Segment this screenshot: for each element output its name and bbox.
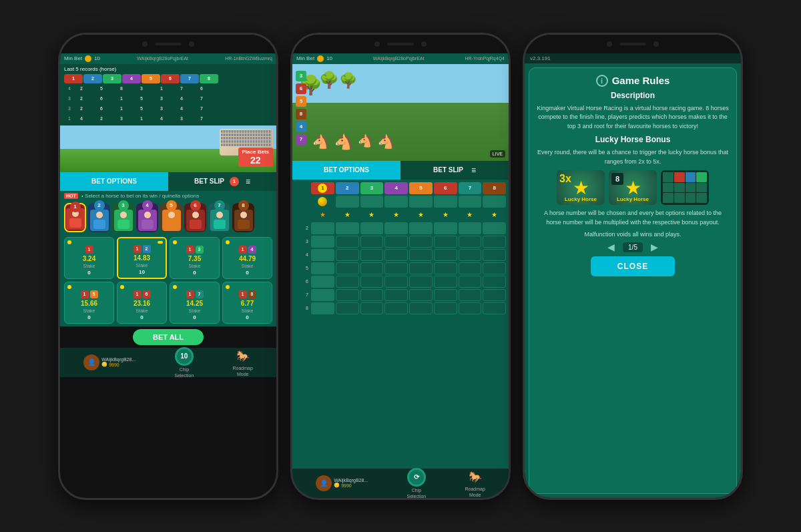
horse-num-4: 4: [122, 74, 141, 83]
col-8: 8: [483, 182, 506, 194]
cell-r9c8: [483, 302, 506, 314]
chip-selection[interactable]: 10 Chip Selection: [174, 347, 194, 378]
cell-r6c3: [360, 262, 384, 274]
cell-r1c2: [336, 196, 359, 208]
phone-3-screen: v2.3.191 i Game Rules Description Kingma…: [525, 53, 741, 498]
p1-header: Min Bet 10 WAIjkBqrgB28oPqjbrEAt HR-1nBt…: [60, 53, 276, 64]
tree-2: 🌳: [319, 71, 339, 89]
roadmap-mode[interactable]: 🐎 Roadmap Mode: [233, 348, 253, 376]
cell-r5c5: [409, 249, 433, 261]
bet-option-nums: 1 5: [81, 290, 98, 298]
description-text: Kingmaker Virtual Horse Racing is a virt…: [536, 104, 730, 131]
cell-r8c3: [360, 289, 384, 301]
stake-label: Stake: [136, 263, 148, 268]
cell-r4c4: [384, 236, 408, 248]
roadmap-grid-area: 1 2 3 4 5 6 7 8 ★: [292, 180, 509, 469]
horse-6-badge: 6: [190, 200, 201, 211]
horse-8-badge: 8: [238, 200, 249, 211]
camera-dot-p3-2: [653, 41, 659, 47]
prev-page-button[interactable]: ◀: [607, 242, 615, 252]
lucky-bonus-label: Lucky Horse: [557, 196, 605, 202]
p2-bet-tabs: BET OPTIONS BET SLIP ≡: [292, 161, 509, 180]
bet-option-16[interactable]: 1 6 23.16 Stake 0: [117, 282, 167, 324]
cell-r4c1: [311, 236, 334, 248]
sensor-bar: [155, 43, 182, 45]
lucky-star-2: ★: [625, 177, 641, 199]
tab-bet-options[interactable]: BET OPTIONS: [60, 172, 168, 191]
dot-indicator: [173, 285, 177, 289]
horse-num-6: 6: [161, 74, 180, 83]
bet-odds: 44.79: [239, 255, 256, 262]
tree-3: 🌳: [339, 72, 357, 89]
cell-r3c7: [459, 222, 482, 234]
stake-label: Stake: [189, 308, 201, 313]
horse-8[interactable]: 8: [232, 203, 254, 232]
cell-r8c7: [459, 289, 482, 301]
bet-option-14[interactable]: 1 4 44.79 Stake 0: [222, 237, 272, 279]
cell-r3c8: [483, 222, 506, 234]
p2-menu-icon: ≡: [471, 166, 476, 175]
stake-value: 0: [87, 314, 90, 320]
close-button[interactable]: CLOSE: [591, 256, 675, 276]
p2-chip-label: Chip: [412, 488, 421, 493]
horse-4[interactable]: 4: [136, 203, 158, 232]
sensor-bar-p3: [619, 43, 646, 45]
tab-bet-slip[interactable]: BET SLIP 1 ≡: [168, 172, 276, 191]
p2-roadmap-icon: 🐎: [467, 469, 483, 485]
stake-value: 0: [246, 270, 248, 276]
col-4: 4: [384, 182, 408, 194]
horse-num-1: 1: [64, 74, 83, 83]
cell-r9c5: [409, 302, 433, 314]
horse-2[interactable]: 2: [88, 203, 110, 232]
p2-tab-bet-slip[interactable]: BET SLIP ≡: [400, 161, 509, 180]
horse-1[interactable]: 1: [64, 203, 86, 232]
race-image: Place Bets 22: [60, 125, 276, 172]
menu-icon: ≡: [246, 177, 250, 186]
next-page-button[interactable]: ▶: [651, 242, 658, 252]
bet-option-1[interactable]: 1 3.24 Stake 0: [64, 237, 114, 279]
p2-roadmap-mode[interactable]: 🐎 Roadmap Mode: [465, 469, 485, 497]
cell-r8c5: [409, 289, 433, 301]
p1-history: Last 5 records (horse) 1 2 3 4 5 6 7 8 4…: [60, 64, 276, 125]
cell-r7c3: [360, 276, 384, 288]
bet-option-17[interactable]: 1 7 14.25 Stake 0: [170, 282, 220, 324]
bet-option-12[interactable]: 1 2 14.83 Stake 10: [117, 237, 167, 279]
bet-option-nums: 1 6: [134, 290, 151, 298]
bet-option-13[interactable]: 1 3 7.35 Stake 0: [170, 237, 220, 279]
place-bets-banner: Place Bets 22: [238, 148, 273, 167]
bet-option-15[interactable]: 1 5 15.66 Stake 0: [64, 282, 114, 324]
bet-all-button[interactable]: BET ALL: [133, 329, 204, 345]
dot-indicator: [173, 240, 177, 244]
p2-user-info: 👤 WAIjkBqrgB28... 🪙 9990: [316, 475, 368, 491]
roadmap-sublabel: Mode: [237, 372, 249, 376]
table-row: 3 2 6 1 5 3 4 7: [64, 104, 272, 113]
cell-r2c6: ★: [434, 209, 457, 221]
stake-value: 0: [140, 314, 143, 320]
cell-r6c5: [409, 262, 433, 274]
table-row: 4 2 5 8 3 1 7 6: [64, 84, 272, 93]
p2-chip-circle: ⟳: [407, 468, 426, 487]
stake-value: 0: [246, 314, 248, 320]
lucky-img-horse: ★ 8 Lucky Horse: [609, 170, 657, 205]
col-6: 6: [434, 182, 457, 194]
cell-r6c6: [434, 262, 457, 274]
bet-option-18[interactable]: 1 8 6.77 Stake 0: [222, 282, 272, 324]
cell-r5c3: [360, 249, 384, 261]
p2-tab-bet-options[interactable]: BET OPTIONS: [292, 161, 400, 180]
bet-odds: 6.77: [241, 300, 254, 307]
side-nums: 3 6 5 8 4 7: [296, 71, 306, 145]
chip-circle: 10: [175, 347, 194, 366]
p2-chip-selection[interactable]: ⟳ Chip Selection: [407, 468, 426, 498]
cell-r3c6: [434, 222, 457, 234]
horse-7[interactable]: 7: [208, 203, 230, 232]
cell-r1c8: [483, 196, 506, 208]
horse-num-3: 3: [103, 74, 121, 83]
phone-2-screen: Min Bet 10 WAIjkBqrgB28oPqjbrEAt HR-Yrdn…: [292, 53, 509, 498]
horse-3[interactable]: 3: [112, 203, 134, 232]
stake-value: 0: [193, 270, 196, 276]
horse-6[interactable]: 6: [184, 203, 206, 232]
cell-r6c4: [384, 262, 408, 274]
camera-dot-2: [189, 41, 194, 47]
horse-num-2: 2: [83, 74, 102, 83]
horse-5[interactable]: 5: [160, 203, 182, 232]
